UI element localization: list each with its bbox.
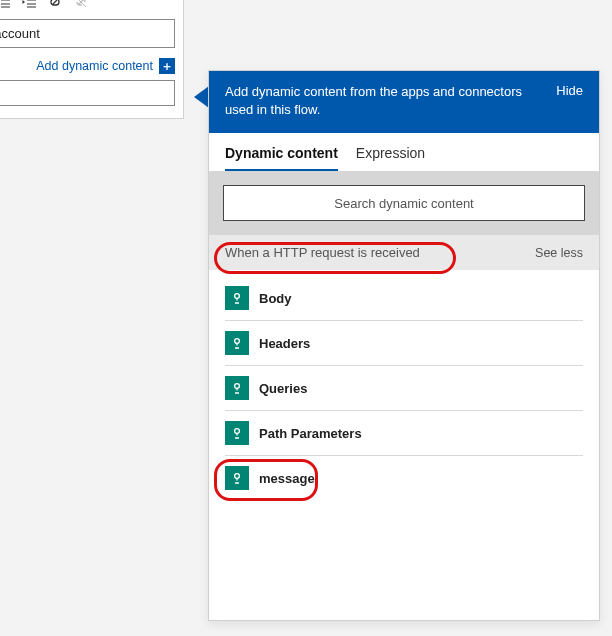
dynamic-item-body[interactable]: Body (225, 276, 583, 321)
tab-expression[interactable]: Expression (356, 145, 425, 171)
item-label: Queries (259, 381, 307, 396)
flow-icon (225, 331, 249, 355)
item-label: Body (259, 291, 292, 306)
add-dynamic-content-link[interactable]: Add dynamic content ＋ (0, 56, 175, 80)
svg-point-10 (235, 474, 240, 479)
callout-pointer (194, 86, 209, 108)
panel-header: Add dynamic content from the apps and co… (209, 71, 599, 133)
flow-icon (225, 421, 249, 445)
dynamic-item-queries[interactable]: Queries (225, 366, 583, 411)
panel-tabs: Dynamic content Expression (209, 133, 599, 171)
hide-button[interactable]: Hide (556, 83, 583, 98)
panel-header-text: Add dynamic content from the apps and co… (225, 83, 544, 119)
indent-icon[interactable] (17, 0, 41, 13)
svg-point-9 (235, 429, 240, 434)
svg-point-7 (235, 339, 240, 344)
svg-point-8 (235, 384, 240, 389)
flow-icon (225, 286, 249, 310)
search-area: Search dynamic content (209, 171, 599, 235)
search-input[interactable]: Search dynamic content (223, 185, 585, 221)
flow-icon (225, 376, 249, 400)
unlink-icon (69, 0, 93, 13)
dynamic-item-message[interactable]: message (225, 456, 583, 500)
dynamic-item-headers[interactable]: Headers (225, 321, 583, 366)
svg-point-6 (235, 294, 240, 299)
add-dynamic-content-label: Add dynamic content (36, 59, 153, 73)
plus-icon: ＋ (159, 58, 175, 74)
dynamic-items-list: Body Headers Queries Path Parameters mes… (209, 270, 599, 620)
empty-input[interactable] (0, 80, 175, 106)
item-label: Path Parameters (259, 426, 362, 441)
item-label: message (259, 471, 315, 486)
flow-icon (225, 466, 249, 490)
section-title: When a HTTP request is received (225, 245, 420, 260)
editor-text: me test account (0, 26, 40, 41)
link-icon[interactable] (43, 0, 67, 13)
editor-content[interactable]: me test account (0, 19, 175, 48)
section-header: When a HTTP request is received See less (209, 235, 599, 270)
search-placeholder: Search dynamic content (334, 196, 473, 211)
tab-dynamic-content[interactable]: Dynamic content (225, 145, 338, 171)
dynamic-item-path-parameters[interactable]: Path Parameters (225, 411, 583, 456)
editor-card: 123 me test account Add dynamic content … (0, 0, 184, 119)
see-less-button[interactable]: See less (535, 246, 583, 260)
dynamic-content-panel: Add dynamic content from the apps and co… (208, 70, 600, 621)
item-label: Headers (259, 336, 310, 351)
outdent-icon[interactable] (0, 0, 15, 13)
editor-toolbar: 123 (0, 0, 175, 19)
